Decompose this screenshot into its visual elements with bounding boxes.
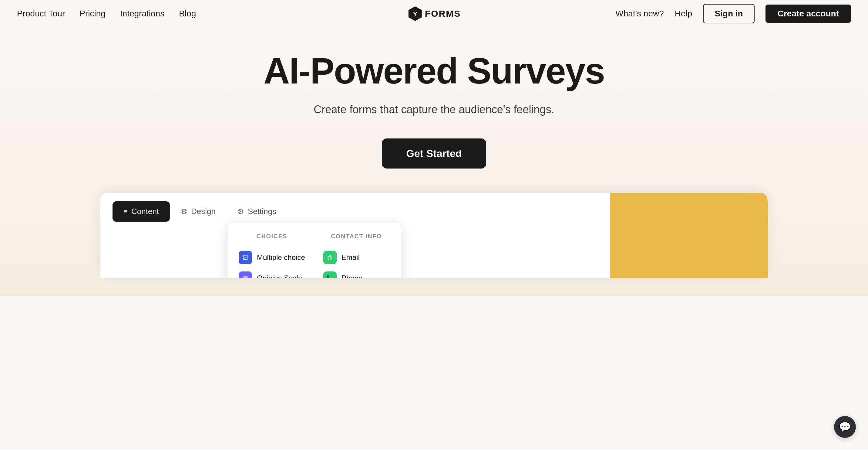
- create-account-button[interactable]: Create account: [766, 5, 851, 23]
- phone-label: Phone: [341, 274, 363, 278]
- preview-section: ≡ Content ⚙ Design ⚙ Settings CHOICES CO…: [12, 193, 856, 278]
- signin-button[interactable]: Sign in: [703, 4, 754, 23]
- hero-subtitle: Create forms that capture the audience's…: [314, 102, 554, 117]
- nav-pricing[interactable]: Pricing: [80, 9, 105, 19]
- logo[interactable]: Y FORMS: [407, 6, 461, 22]
- settings-icon: ⚙: [238, 207, 244, 216]
- chat-bubble[interactable]: 💬: [834, 416, 856, 438]
- nav-help[interactable]: Help: [675, 9, 692, 19]
- design-icon: ⚙: [181, 207, 187, 216]
- tab-content-label: Content: [131, 207, 159, 216]
- email-icon: @: [323, 251, 337, 264]
- svg-text:Y: Y: [413, 10, 417, 18]
- tab-settings[interactable]: ⚙ Settings: [226, 201, 287, 222]
- dropdown-item-opinion-scale[interactable]: ▦ Opinion Scale: [239, 270, 305, 278]
- logo-text: FORMS: [425, 8, 461, 19]
- nav-product-tour[interactable]: Product Tour: [17, 9, 65, 19]
- contact-info-section-title: CONTACT INFO: [323, 233, 390, 240]
- opinion-scale-icon: ▦: [239, 272, 252, 278]
- nav-blog[interactable]: Blog: [179, 9, 196, 19]
- dropdown-item-email[interactable]: @ Email: [323, 249, 390, 266]
- get-started-button[interactable]: Get Started: [382, 138, 486, 169]
- choices-section-title: CHOICES: [239, 233, 305, 240]
- hero-section: AI-Powered Surveys Create forms that cap…: [0, 27, 868, 296]
- chat-icon: 💬: [839, 421, 851, 433]
- multiple-choice-icon: ☑: [239, 251, 252, 264]
- tab-settings-label: Settings: [248, 207, 276, 216]
- navbar: Product Tour Pricing Integrations Blog Y…: [0, 0, 868, 27]
- phone-icon: 📞: [323, 272, 337, 278]
- logo-icon: Y: [407, 6, 423, 22]
- nav-right: What's new? Help Sign in Create account: [615, 4, 851, 23]
- yellow-panel: [610, 193, 768, 278]
- preview-card: ≡ Content ⚙ Design ⚙ Settings CHOICES CO…: [100, 193, 768, 278]
- tab-design[interactable]: ⚙ Design: [170, 201, 226, 222]
- hero-title: AI-Powered Surveys: [264, 52, 604, 90]
- dropdown-item-phone[interactable]: 📞 Phone: [323, 270, 390, 278]
- nav-integrations[interactable]: Integrations: [120, 9, 164, 19]
- nav-whats-new[interactable]: What's new?: [615, 9, 663, 19]
- tab-content[interactable]: ≡ Content: [113, 201, 170, 222]
- dropdown-item-multiple-choice[interactable]: ☑ Multiple choice: [239, 249, 305, 266]
- dropdown-panel: CHOICES CONTACT INFO ☑ Multiple choice @…: [228, 223, 401, 278]
- content-icon: ≡: [123, 207, 128, 216]
- nav-left: Product Tour Pricing Integrations Blog: [17, 9, 196, 19]
- opinion-scale-label: Opinion Scale: [257, 274, 302, 278]
- tab-design-label: Design: [191, 207, 216, 216]
- email-label: Email: [341, 253, 360, 262]
- multiple-choice-label: Multiple choice: [257, 253, 305, 262]
